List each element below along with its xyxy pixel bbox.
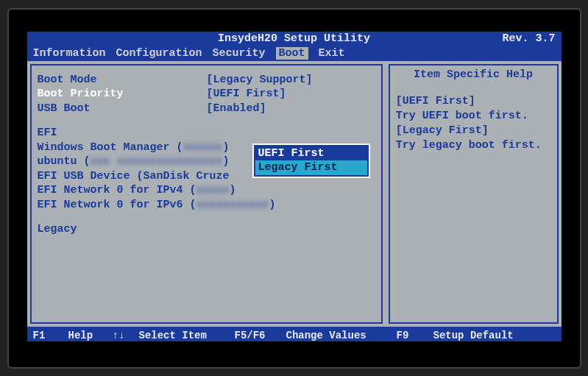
popup-option-uefi-first[interactable]: UEFI First xyxy=(255,146,367,161)
key-updown: ↑↓ xyxy=(113,330,139,341)
value-usb-boot: [Enabled] xyxy=(207,102,375,116)
popup-option-legacy-first[interactable]: Legacy First xyxy=(255,160,367,175)
tab-boot[interactable]: Boot xyxy=(276,47,308,60)
row-usb-boot[interactable]: USB Boot [Enabled] xyxy=(38,102,375,116)
redacted: xxxxx xyxy=(196,184,230,196)
help-title: Item Specific Help xyxy=(396,68,551,81)
label-boot-mode: Boot Mode xyxy=(38,73,207,88)
menu-bar[interactable]: Information Configuration Security Boot … xyxy=(27,46,562,61)
footer-bar: F1 Help ↑↓ Select Item F5/F6 Change Valu… xyxy=(27,327,562,341)
section-efi: EFI xyxy=(38,126,375,141)
efi-entry-net6[interactable]: EFI Network 0 for IPv6 (xxxxxxxxxxx) xyxy=(38,198,375,213)
laptop-bezel: InsydeH20 Setup Utility Rev. 3.7 Informa… xyxy=(7,8,581,369)
tab-exit[interactable]: Exit xyxy=(319,47,345,60)
help-line: [UEFI First] xyxy=(396,94,551,109)
title-bar: InsydeH20 Setup Utility Rev. 3.7 xyxy=(27,32,562,46)
tab-security[interactable]: Security xyxy=(213,47,266,60)
bios-title: InsydeH20 Setup Utility xyxy=(218,32,370,45)
key-f5f6: F5/F6 xyxy=(235,330,286,341)
help-line: Try legacy boot first. xyxy=(396,138,551,153)
key-f1: F1 xyxy=(33,330,68,341)
settings-panel: Boot Mode [Legacy Support] Boot Priority… xyxy=(30,64,383,324)
help-line: Try UEFI boot first. xyxy=(396,109,551,124)
tab-configuration[interactable]: Configuration xyxy=(116,47,202,60)
key-f9: F9 xyxy=(397,330,433,341)
bios-revision: Rev. 3.7 xyxy=(502,32,555,45)
row-boot-mode[interactable]: Boot Mode [Legacy Support] xyxy=(38,73,375,88)
help-line: [Legacy First] xyxy=(396,124,551,138)
redacted: xxxxxx xyxy=(183,141,223,154)
efi-entry-net4[interactable]: EFI Network 0 for IPv4 (xxxxx) xyxy=(38,183,375,198)
boot-priority-popup[interactable]: UEFI First Legacy First xyxy=(252,143,370,178)
key-updown-desc: Select Item xyxy=(139,330,235,341)
key-f9-desc: Setup Default xyxy=(433,330,514,341)
help-panel: Item Specific Help [UEFI First] Try UEFI… xyxy=(389,64,559,324)
bios-screen: InsydeH20 Setup Utility Rev. 3.7 Informa… xyxy=(27,32,562,341)
redacted: xxxxxxxxxxx xyxy=(196,199,269,211)
tab-information[interactable]: Information xyxy=(33,47,106,60)
value-boot-priority: [UEFI First] xyxy=(207,87,375,102)
value-boot-mode: [Legacy Support] xyxy=(207,73,375,88)
section-legacy: Legacy xyxy=(38,222,375,237)
content-area: Boot Mode [Legacy Support] Boot Priority… xyxy=(27,61,562,327)
label-boot-priority: Boot Priority xyxy=(38,87,207,102)
key-f1-desc: Help xyxy=(68,330,113,341)
row-boot-priority[interactable]: Boot Priority [UEFI First] xyxy=(38,87,375,102)
redacted: xxx xxxxxxxxxxxxxxxx xyxy=(91,155,223,168)
key-f5f6-desc: Change Values xyxy=(286,330,397,341)
label-usb-boot: USB Boot xyxy=(38,102,207,116)
